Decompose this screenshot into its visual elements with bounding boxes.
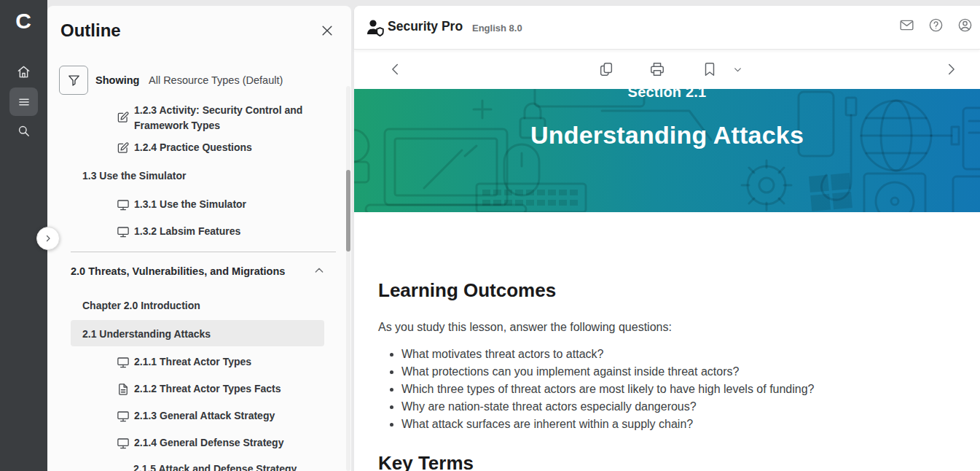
home-icon: [17, 65, 31, 79]
close-outline-button[interactable]: [320, 23, 336, 39]
list-item: What motivates threat actors to attack?: [401, 346, 815, 363]
list-item: What attack surfaces are inherent within…: [401, 416, 815, 433]
course-header: Security Pro English 8.0: [354, 6, 980, 50]
learning-outcomes-heading: Learning Outcomes: [378, 279, 556, 302]
tree-item-label: 2.1.4 General Defense Strategy: [134, 435, 283, 451]
course-shield-user-icon: [366, 18, 386, 37]
filter-showing-label: Showing: [95, 74, 139, 86]
tree-item-label: 2.1.3 General Attack Strategy: [134, 408, 275, 424]
learning-outcomes-list: What motivates threat actors to attack? …: [378, 346, 815, 433]
tree-item-chapter-2-0[interactable]: Chapter 2.0 Introduction: [82, 298, 200, 314]
lesson-toolbar: [354, 50, 980, 89]
tree-item-label: 2.1.5 Attack and Defense Strategy: [133, 462, 297, 471]
search-icon: [17, 124, 31, 138]
list-item: Why are nation-state threat actors espec…: [401, 398, 815, 416]
tree-item-1-2-3[interactable]: 1.2.3 Activity: Security Control and Fra…: [117, 103, 324, 133]
app-logo: C: [0, 9, 47, 34]
tree-item-label: 1.3.1 Use the Simulator: [134, 197, 246, 212]
help-icon[interactable]: [928, 17, 944, 33]
copy-icon: [598, 61, 614, 77]
tree-item-1-3-1[interactable]: 1.3.1 Use the Simulator: [117, 197, 246, 212]
monitor-icon: [117, 225, 130, 238]
sidebar-item-outline[interactable]: [9, 87, 38, 116]
edit-icon: [117, 141, 130, 155]
section-banner: Section 2.1 Understanding Attacks: [354, 89, 980, 212]
outline-scrollbar-thumb[interactable]: [346, 170, 350, 252]
mail-icon[interactable]: [899, 17, 914, 33]
banner-title: Understanding Attacks: [354, 121, 980, 149]
edit-icon: [117, 111, 130, 124]
lesson-intro-text: As you study this lesson, answer the fol…: [378, 321, 672, 334]
profile-icon[interactable]: [957, 17, 973, 33]
course-language-version: English 8.0: [472, 23, 522, 34]
tree-divider: [71, 252, 336, 252]
tree-item-2-1-4[interactable]: 2.1.4 General Defense Strategy: [117, 435, 283, 451]
close-icon: [320, 23, 336, 38]
tree-item-2-1-1[interactable]: 2.1.1 Threat Actor Types: [117, 354, 251, 370]
banner-tech-pattern: [354, 89, 980, 212]
banner-section-label: Section 2.1: [354, 89, 980, 101]
chevron-up-icon: [313, 265, 325, 276]
monitor-icon: [117, 437, 130, 450]
panel-title: Outline: [60, 20, 121, 41]
tree-item-1-3-2[interactable]: 1.3.2 Labsim Features: [117, 224, 240, 239]
menu-icon: [17, 96, 31, 109]
bookmark-button[interactable]: [702, 61, 718, 77]
monitor-icon: [117, 410, 130, 423]
chevron-right-icon: [943, 61, 959, 77]
list-item: What protections can you implement again…: [401, 363, 815, 381]
print-icon: [649, 61, 665, 77]
document-icon: [117, 383, 130, 396]
bookmark-menu-button[interactable]: [733, 65, 749, 81]
key-terms-heading: Key Terms: [378, 452, 474, 471]
tree-item-2-1-3[interactable]: 2.1.3 General Attack Strategy: [117, 408, 275, 424]
chevron-down-icon: [733, 65, 749, 74]
panel-expand-button[interactable]: [36, 227, 60, 250]
filter-icon: [67, 74, 81, 87]
list-item: Which three types of threat actors are m…: [401, 381, 815, 398]
tree-item-label: 1.2.4 Practice Questions: [134, 140, 252, 155]
sidebar-item-home[interactable]: [9, 58, 38, 86]
tree-item-label: 1.2.3 Activity: Security Control and Fra…: [134, 103, 318, 133]
tree-item-label: 1.3 Use the Simulator: [82, 168, 186, 184]
tree-section-2-0[interactable]: 2.0 Threats, Vulnerabilities, and Migrat…: [71, 264, 311, 279]
sidebar-item-search[interactable]: [9, 117, 38, 145]
tree-item-1-3[interactable]: 1.3 Use the Simulator: [82, 168, 186, 184]
chevron-right-icon: [44, 234, 52, 243]
tree-item-2-1-5[interactable]: 2.1.5 Attack and Defense Strategy: [133, 462, 297, 471]
main-content-card: Security Pro English 8.0: [354, 6, 980, 471]
filter-value[interactable]: All Resource Types (Default): [149, 74, 283, 86]
tree-item-1-2-4[interactable]: 1.2.4 Practice Questions: [117, 140, 252, 155]
outline-panel: Outline Showing All Resource Types (Defa…: [47, 6, 351, 471]
copy-button[interactable]: [598, 61, 614, 77]
tree-item-label: 2.1 Understanding Attacks: [82, 327, 211, 342]
tree-item-label: 2.1.1 Threat Actor Types: [134, 354, 251, 370]
bookmark-icon: [702, 61, 718, 77]
collapse-section-button[interactable]: [313, 265, 325, 276]
chevron-left-icon: [388, 61, 404, 77]
print-button[interactable]: [649, 61, 665, 77]
course-title: Security Pro: [388, 19, 463, 34]
monitor-icon: [117, 198, 130, 211]
previous-lesson-button[interactable]: [388, 61, 404, 77]
tree-item-label: 2.1.2 Threat Actor Types Facts: [134, 381, 281, 397]
tree-section-label: 2.0 Threats, Vulnerabilities, and Migrat…: [71, 264, 285, 279]
tree-item-label: Chapter 2.0 Introduction: [82, 298, 200, 314]
tree-item-2-1-selected[interactable]: 2.1 Understanding Attacks: [82, 327, 211, 342]
outline-scrollbar-track: [346, 86, 350, 471]
monitor-icon: [117, 356, 130, 369]
filter-button[interactable]: [59, 66, 88, 95]
next-lesson-button[interactable]: [943, 61, 959, 77]
tree-item-label: 1.3.2 Labsim Features: [134, 224, 240, 239]
tree-item-2-1-2[interactable]: 2.1.2 Threat Actor Types Facts: [117, 381, 281, 397]
